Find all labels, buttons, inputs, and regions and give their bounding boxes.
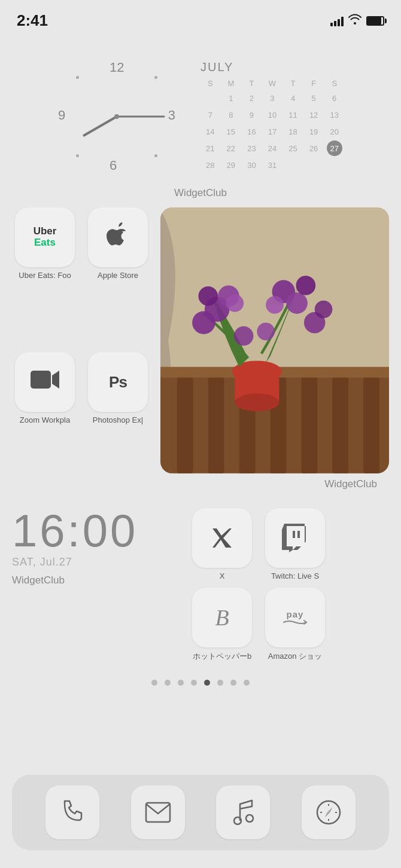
zoom-camera-icon [29,368,60,396]
page-dot-5-active[interactable] [204,680,210,686]
uber-eats-wrapper[interactable]: Uber Eats Uber Eats: Foo [12,207,78,345]
phone-icon [60,800,85,825]
cal-day-26: 26 [306,140,321,156]
svg-point-16 [199,286,218,306]
svg-point-18 [192,311,215,334]
wifi-icon [348,14,361,27]
amazon-label: Amazon ショッ [268,651,322,662]
svg-point-20 [286,292,308,314]
cal-header-t1: T [242,78,262,89]
x-app-icon[interactable] [192,508,252,568]
cal-day-12: 12 [306,107,321,123]
section-3: 16:00 SAT, Jul.27 WidgetClub X Twitch [0,496,401,668]
clock-num-6: 6 [110,158,117,173]
hotpepper-b-icon: B [215,604,229,631]
zoom-icon[interactable] [15,352,75,412]
svg-rect-5 [208,378,224,473]
cal-day-4: 4 [285,90,301,106]
cal-day-8: 8 [223,107,239,123]
zoom-wrapper[interactable]: Zoom Workpla [12,352,78,490]
photoshop-icon[interactable]: Ps [88,352,148,412]
music-dock-icon[interactable] [216,786,270,839]
mail-dock-icon[interactable] [131,786,185,839]
photo-widget[interactable] [160,207,389,473]
safari-dock-icon[interactable] [302,786,356,839]
clock-center [114,114,119,119]
status-bar: 2:41 [0,0,401,33]
svg-rect-27 [293,531,295,538]
cal-day-25: 25 [285,140,301,156]
cal-header-s2: S [324,78,344,89]
svg-point-26 [315,301,333,319]
svg-rect-9 [332,378,348,473]
page-dot-4[interactable] [191,680,197,686]
svg-point-23 [234,326,254,346]
app-icons-left: Uber Eats Uber Eats: Foo Apple Store [12,207,151,490]
cal-day-2: 2 [244,90,259,106]
page-dots [0,680,401,686]
app-icons-right: X Twitch: Live S B ホットペッパーb pa [189,508,328,662]
page-dot-2[interactable] [165,680,171,686]
cal-day-21: 21 [202,140,218,156]
cal-day-31: 31 [265,157,280,173]
page-dot-7[interactable] [230,680,236,686]
cal-day-19: 19 [306,124,321,139]
cal-day-22: 22 [223,140,239,156]
cal-day-13: 13 [327,107,342,123]
cal-day-18: 18 [285,124,301,139]
page-dot-6[interactable] [217,680,223,686]
apple-logo-icon [105,221,130,253]
svg-point-31 [246,815,253,822]
mail-icon [145,802,171,823]
uber-eats-icon[interactable]: Uber Eats [15,207,75,267]
clock-dot-tl [76,76,79,79]
svg-rect-4 [177,378,193,473]
svg-rect-0 [31,371,51,389]
battery-icon [366,16,384,26]
page-dot-8[interactable] [244,680,250,686]
svg-point-13 [235,393,279,411]
twitch-label: Twitch: Live S [271,571,319,580]
twitch-wrapper[interactable]: Twitch: Live S [262,508,328,580]
analog-clock-widget: 12 3 6 9 [57,57,177,176]
cal-day-3: 3 [265,90,280,106]
clock-num-3: 3 [168,108,175,123]
clock-num-12: 12 [110,60,124,75]
app-grid-section: Uber Eats Uber Eats: Foo Apple Store [0,207,401,490]
hotpepper-wrapper[interactable]: B ホットペッパーb [189,588,255,662]
cal-day-15: 15 [223,124,239,139]
cal-day-14: 14 [202,124,218,139]
uber-eats-label: Uber Eats: Foo [19,271,71,280]
twitch-icon[interactable] [265,508,325,568]
x-wrapper[interactable]: X [189,508,255,580]
status-icons [330,14,384,27]
calendar-grid: S M T W T F S 1 2 3 4 5 6 7 8 9 10 11 12… [200,78,344,173]
digital-date: SAT, Jul.27 [12,556,180,569]
cal-day-empty4 [327,157,342,173]
calendar-month: JULY [200,60,344,74]
hotpepper-icon[interactable]: B [192,588,252,647]
amazon-icon[interactable]: pay [265,588,325,647]
photoshop-wrapper[interactable]: Ps Photoshop Ex| [85,352,151,490]
cal-day-6: 6 [327,90,342,106]
svg-point-22 [266,296,284,314]
clock-hour-hand [83,115,117,137]
photo-scene-svg [160,207,389,473]
svg-point-17 [226,294,244,312]
phone-dock-icon[interactable] [45,786,99,839]
cal-day-24: 24 [265,140,280,156]
amazon-wrapper[interactable]: pay Amazon ショッ [262,588,328,662]
zoom-label: Zoom Workpla [20,415,70,424]
page-dot-3[interactable] [178,680,184,686]
status-time: 2:41 [17,11,48,30]
cal-day-9: 9 [244,107,259,123]
cal-day-10: 10 [265,107,280,123]
x-logo-icon [209,525,235,551]
clock-dot-br [154,154,157,157]
amazon-pay-icon-graphic: pay [282,609,308,625]
hotpepper-label: ホットペッパーb [193,651,251,662]
music-note-icon [232,799,254,826]
apple-store-wrapper[interactable]: Apple Store [85,207,151,345]
apple-store-icon[interactable] [88,207,148,267]
page-dot-1[interactable] [151,680,157,686]
